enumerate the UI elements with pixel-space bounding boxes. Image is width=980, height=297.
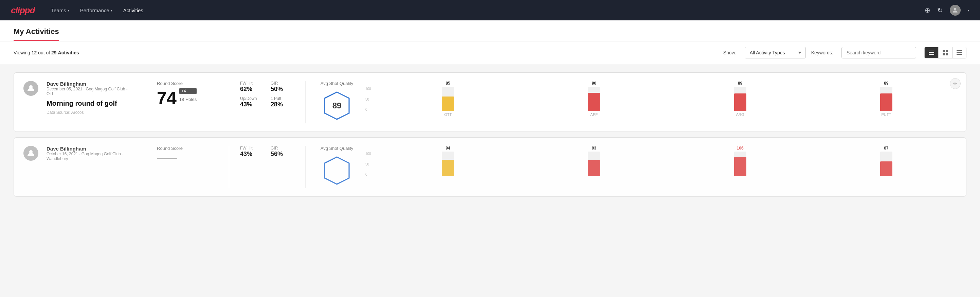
bar-app-fill — [588, 93, 600, 111]
bar2-putt: 87 — [816, 146, 956, 176]
y-label-50: 50 — [365, 97, 371, 101]
card-stats: FW Hit 62% GIR 50% Up/Down 43% 1 Putt 28… — [240, 81, 294, 108]
gir-value: 50% — [270, 86, 294, 93]
svg-rect-9 — [956, 52, 962, 53]
bar2-putt-track — [880, 152, 892, 176]
keywords-label: Keywords: — [811, 50, 833, 55]
score-placeholder — [157, 158, 177, 159]
y-label-100: 100 — [365, 87, 371, 91]
score-display: 74 +4 18 Holes — [157, 88, 218, 107]
activity-type-select[interactable]: All Activity Types — [745, 47, 806, 59]
bar2-putt-value: 87 — [884, 146, 888, 150]
gir-label: GIR — [270, 81, 294, 86]
grid-view-button[interactable] — [938, 47, 952, 58]
logo[interactable]: clippd — [11, 5, 35, 16]
chart-wrapper: 100 50 0 85 OTT 90 — [365, 81, 956, 117]
card-date: December 05, 2021 · Gog Magog Golf Club … — [46, 87, 135, 96]
fw-hit-value: 62% — [240, 86, 264, 93]
compact-list-view-button[interactable] — [925, 47, 938, 58]
avg-shot-quality-section-2: Avg Shot Quality — [317, 146, 357, 188]
gir-value-2: 56% — [270, 150, 294, 158]
bar2-app-track — [588, 152, 600, 176]
refresh-icon[interactable]: ↻ — [937, 6, 943, 14]
bar-putt-fill — [880, 93, 892, 111]
user-avatar[interactable] — [950, 5, 961, 16]
quality-hexagon-2 — [323, 156, 350, 185]
gir-stat-2: GIR 56% — [270, 146, 294, 158]
bar-app-label: APP — [590, 112, 598, 117]
bar2-arg: 106 — [670, 146, 811, 176]
bar-arg-fill — [734, 93, 746, 111]
bar-arg: 89 ARG — [670, 81, 811, 117]
bar2-arg-track — [734, 152, 746, 176]
bar-arg-value: 89 — [738, 81, 742, 86]
bar-ott-track — [442, 87, 454, 111]
fw-hit-label-2: FW Hit — [240, 146, 264, 150]
svg-rect-6 — [943, 53, 945, 55]
card-info-2: Dave Billingham October 16, 2021 · Gog M… — [46, 146, 135, 164]
avg-shot-quality-section: Avg Shot Quality 89 — [317, 81, 357, 123]
bar2-ott-fill — [442, 160, 454, 176]
bar-groups: 85 OTT 90 APP — [378, 81, 956, 117]
bar-groups-2: 94 93 106 — [378, 146, 956, 176]
nav-right: ⊕ ↻ ▾ — [925, 5, 969, 16]
show-label: Show: — [723, 50, 737, 55]
bar2-ott-track — [442, 152, 454, 176]
bar-putt: 89 PUTT — [816, 81, 956, 117]
bar-app-track — [588, 87, 600, 111]
bar-ott-fill — [442, 96, 454, 111]
nav-performance[interactable]: Performance ▾ — [80, 8, 112, 13]
avatar — [24, 81, 38, 96]
one-putt-label: 1 Putt — [270, 96, 294, 101]
avg-shot-quality-label: Avg Shot Quality — [321, 81, 353, 86]
quality-score: 89 — [332, 101, 342, 110]
round-score-label: Round Score — [157, 81, 218, 86]
card-divider-3 — [305, 81, 305, 123]
avatar-2 — [24, 146, 38, 161]
svg-rect-2 — [929, 52, 934, 53]
bar2-ott-value: 94 — [445, 146, 450, 150]
bar2-app: 93 — [523, 146, 664, 176]
one-putt-value: 28% — [270, 101, 294, 108]
activity-card-2: Dave Billingham October 16, 2021 · Gog M… — [14, 137, 966, 197]
card-divider-4 — [146, 146, 146, 188]
stats-grid: FW Hit 62% GIR 50% Up/Down 43% 1 Putt 28… — [240, 81, 294, 108]
card-info: Dave Billingham December 05, 2021 · Gog … — [46, 81, 135, 115]
round-score-label-2: Round Score — [157, 146, 218, 151]
quality-hexagon: 89 — [323, 91, 350, 121]
y-label-0: 0 — [365, 108, 371, 112]
card-divider — [146, 81, 146, 123]
svg-rect-4 — [943, 50, 945, 52]
activities-list: Dave Billingham December 05, 2021 · Gog … — [0, 64, 980, 205]
teams-chevron-icon: ▾ — [68, 8, 69, 12]
chart-wrapper-2: 100 50 0 94 93 — [365, 146, 956, 176]
score-number: 74 — [157, 89, 177, 107]
card-name-2: Dave Billingham — [46, 146, 135, 152]
keyword-search-input[interactable] — [842, 47, 916, 59]
stats-grid-2: FW Hit 43% GIR 56% — [240, 146, 294, 158]
svg-rect-7 — [946, 53, 948, 55]
one-putt-stat: 1 Putt 28% — [270, 96, 294, 108]
bar-ott-value: 85 — [445, 81, 450, 86]
bar-putt-value: 89 — [884, 81, 888, 86]
svg-rect-5 — [946, 50, 948, 52]
bar2-app-fill — [588, 160, 600, 176]
bar2-arg-value: 106 — [737, 146, 744, 150]
fw-hit-stat: FW Hit 62% — [240, 81, 264, 93]
gir-stat: GIR 50% — [270, 81, 294, 93]
svg-marker-14 — [325, 157, 349, 184]
bar-arg-track — [734, 87, 746, 111]
updown-stat: Up/Down 43% — [240, 96, 264, 108]
svg-rect-3 — [929, 54, 934, 55]
list-view-button[interactable] — [952, 47, 966, 58]
round-score-section: Round Score 74 +4 18 Holes — [157, 81, 218, 107]
page-title: My Activities — [14, 27, 59, 41]
score-badge: +4 — [179, 88, 197, 94]
nav-teams[interactable]: Teams ▾ — [51, 8, 69, 13]
add-circle-icon[interactable]: ⊕ — [925, 6, 931, 14]
edit-button[interactable]: ✏ — [950, 78, 961, 89]
nav-activities[interactable]: Activities — [123, 8, 143, 13]
svg-rect-1 — [929, 51, 934, 51]
bar2-arg-fill — [734, 157, 746, 176]
bar-putt-label: PUTT — [881, 112, 891, 117]
